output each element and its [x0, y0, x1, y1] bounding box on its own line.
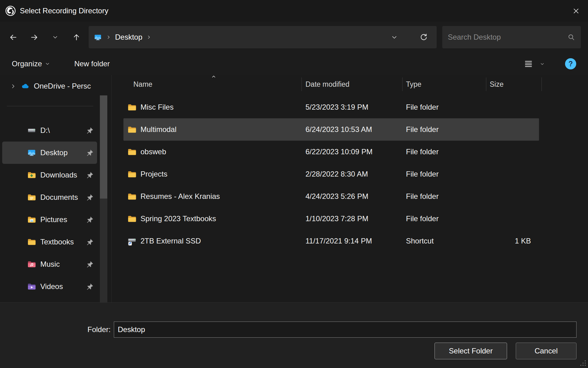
- help-button[interactable]: ?: [565, 58, 576, 69]
- file-row[interactable]: Projects 2/28/2022 8:30 AM File folder: [123, 163, 539, 185]
- file-type: File folder: [403, 170, 486, 178]
- address-bar[interactable]: Desktop: [89, 26, 437, 48]
- file-row[interactable]: Multimodal 6/24/2023 10:53 AM File folde…: [123, 118, 539, 141]
- sidebar-scrollbar[interactable]: [100, 95, 107, 302]
- file-dialog-window: Select Recording Directory Desktop: [0, 0, 588, 368]
- file-icon: [127, 125, 137, 134]
- details-view-icon: [524, 59, 533, 68]
- file-row[interactable]: Resumes - Alex Kranias 4/24/2023 5:26 PM…: [123, 185, 539, 208]
- sidebar-item[interactable]: Videos: [2, 275, 97, 298]
- navigation-bar: Desktop: [0, 22, 588, 53]
- cancel-button[interactable]: Cancel: [516, 343, 577, 359]
- caret-down-icon: [45, 61, 50, 66]
- recent-locations-button[interactable]: [48, 30, 62, 44]
- sidebar-item-icon: [27, 126, 36, 135]
- close-icon: [572, 7, 580, 15]
- column-header-size[interactable]: Size: [486, 77, 542, 91]
- chevron-right-icon[interactable]: [10, 83, 16, 89]
- chevron-right-icon: [106, 35, 111, 40]
- new-folder-label: New folder: [74, 59, 110, 68]
- file-date-modified: 5/23/2023 3:19 PM: [302, 103, 403, 112]
- pinned-items: D:\ Desktop Downloads: [0, 119, 111, 298]
- organize-button[interactable]: Organize: [12, 59, 50, 68]
- file-icon: [127, 169, 137, 179]
- navigation-pane: OneDrive - Persc D:\ Desktop: [0, 75, 112, 302]
- column-headers: Name Date modified Type Size: [123, 75, 588, 94]
- back-button[interactable]: [6, 30, 20, 44]
- pin-icon: [86, 238, 94, 246]
- address-dropdown-icon[interactable]: [391, 34, 398, 41]
- sidebar-item[interactable]: Documents: [2, 186, 97, 208]
- sidebar-item[interactable]: Music: [2, 253, 97, 275]
- up-button[interactable]: [69, 30, 83, 44]
- file-date-modified: 6/22/2023 10:09 PM: [302, 147, 403, 156]
- file-icon: [127, 192, 137, 201]
- search-box: [442, 26, 581, 48]
- sidebar-item-icon: [27, 170, 36, 180]
- file-row[interactable]: 2TB External SSD 11/17/2021 9:14 PM Shor…: [123, 230, 539, 252]
- location-icon: [94, 33, 102, 42]
- sidebar-separator: [7, 106, 93, 106]
- sidebar-item-onedrive[interactable]: OneDrive - Persc: [2, 75, 97, 97]
- pin-icon: [86, 171, 94, 179]
- chevron-right-icon: [146, 35, 151, 40]
- sort-ascending-icon: [210, 73, 217, 80]
- breadcrumb-desktop[interactable]: Desktop: [114, 32, 144, 42]
- file-name: Resumes - Alex Kranias: [140, 192, 302, 201]
- sidebar-item-label: Music: [40, 260, 60, 269]
- file-name: 2TB External SSD: [140, 237, 302, 245]
- file-date-modified: 4/24/2023 5:26 PM: [302, 192, 403, 201]
- pin-icon: [86, 216, 94, 224]
- file-type: File folder: [403, 103, 486, 112]
- sidebar-item[interactable]: D:\: [2, 119, 97, 142]
- select-folder-button[interactable]: Select Folder: [434, 343, 507, 359]
- search-icon: [567, 33, 575, 41]
- search-input[interactable]: [448, 33, 567, 42]
- file-name: Multimodal: [140, 125, 302, 134]
- file-name: Spring 2023 Textbooks: [140, 214, 302, 223]
- sidebar-item-label: Documents: [40, 193, 78, 202]
- sidebar-item-label: Downloads: [40, 171, 77, 179]
- file-row[interactable]: obsweb 6/22/2023 10:09 PM File folder: [123, 141, 539, 163]
- pin-icon: [86, 193, 94, 201]
- file-row[interactable]: Misc Files 5/23/2023 3:19 PM File folder: [123, 96, 539, 118]
- sidebar-item[interactable]: Desktop: [2, 142, 97, 164]
- sidebar-item[interactable]: Textbooks: [2, 231, 97, 253]
- sidebar-item-icon: [27, 148, 36, 157]
- sidebar-item-icon: [27, 193, 36, 202]
- dialog-footer: Folder: Select Folder Cancel: [0, 302, 588, 368]
- file-name: Misc Files: [140, 103, 302, 112]
- file-date-modified: 1/10/2023 7:28 PM: [302, 214, 403, 223]
- sidebar-item-icon: [27, 282, 36, 291]
- column-header-type[interactable]: Type: [403, 77, 486, 91]
- forward-icon: [30, 33, 38, 42]
- file-name: Projects: [140, 170, 302, 178]
- folder-name-input[interactable]: [114, 322, 577, 338]
- pin-icon: [86, 149, 94, 157]
- resize-grip-icon[interactable]: [580, 360, 586, 366]
- new-folder-button[interactable]: New folder: [74, 59, 110, 68]
- file-row[interactable]: Spring 2023 Textbooks 1/10/2023 7:28 PM …: [123, 208, 539, 230]
- up-arrow-icon: [72, 33, 81, 42]
- column-header-date-modified[interactable]: Date modified: [302, 77, 403, 91]
- dialog-content: OneDrive - Persc D:\ Desktop: [0, 75, 588, 302]
- file-icon: [127, 103, 137, 112]
- pin-icon: [86, 283, 94, 291]
- close-button[interactable]: [564, 0, 588, 22]
- sidebar-item-label: OneDrive - Persc: [34, 82, 91, 90]
- view-mode-button[interactable]: [524, 59, 545, 68]
- file-date-modified: 6/24/2023 10:53 AM: [302, 125, 403, 134]
- file-size: 1 KB: [486, 237, 539, 245]
- forward-button[interactable]: [27, 30, 41, 44]
- sidebar-item[interactable]: Downloads: [2, 164, 97, 186]
- file-icon: [127, 147, 137, 157]
- file-date-modified: 11/17/2021 9:14 PM: [302, 237, 403, 245]
- file-type: Shortcut: [403, 237, 486, 245]
- sidebar-item[interactable]: Pictures: [2, 208, 97, 231]
- scrollbar-thumb[interactable]: [100, 95, 107, 199]
- command-bar: Organize New folder ?: [0, 53, 588, 75]
- refresh-icon[interactable]: [419, 33, 428, 42]
- file-type: File folder: [403, 192, 486, 201]
- help-label: ?: [568, 60, 573, 68]
- file-list-pane: Name Date modified Type Size Misc Files …: [112, 75, 588, 302]
